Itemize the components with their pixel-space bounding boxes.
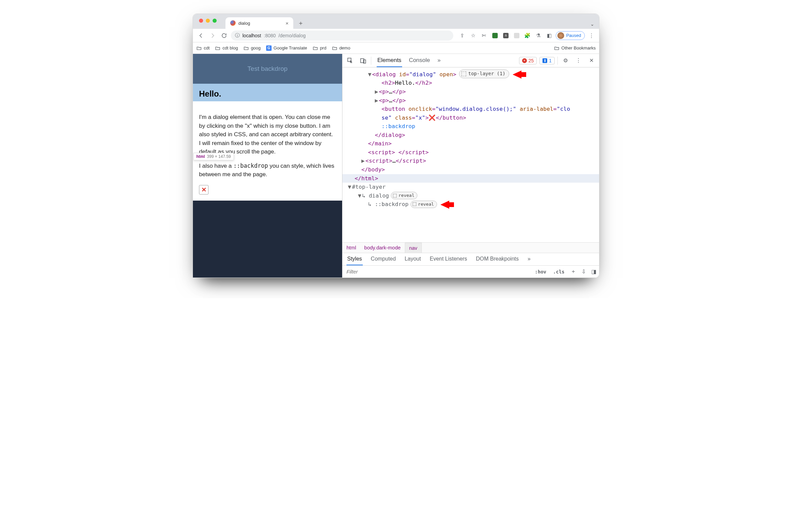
device-toolbar-icon[interactable] (358, 56, 368, 66)
extension-icon-1[interactable] (491, 31, 499, 40)
devtools-menu-icon[interactable]: ⋮ (573, 56, 584, 66)
subtab-styles[interactable]: Styles (347, 253, 363, 265)
dom-tree[interactable]: ▼<dialog id="dialog" open>top-layer (1) … (343, 68, 599, 242)
errors-pill[interactable]: 25 (519, 57, 537, 64)
dom-ellipsis: … (392, 157, 396, 164)
address-bar: ⓘ localhost:8080/demo/dialog ⇪ ☆ ✄ n 🧩 ⚗… (193, 29, 599, 42)
dom-dialog-close: </dialog> (375, 132, 405, 138)
dom-onclick-attr: onclick (408, 106, 432, 112)
dom-onclick-val: "window.dialog.close();" (435, 106, 516, 112)
crumb-nav[interactable]: nav (405, 243, 422, 253)
reveal-badge[interactable]: reveal (391, 192, 417, 199)
subtab-overflow-icon[interactable]: » (527, 253, 531, 265)
subtab-event-listeners[interactable]: Event Listeners (429, 253, 467, 265)
expand-toggle[interactable]: ▶ (375, 96, 379, 105)
styles-filter-input[interactable] (343, 269, 532, 274)
import-icon[interactable]: ⇩ (579, 268, 589, 275)
dom-backdrop-pseudo[interactable]: ::backdrop (382, 123, 415, 130)
cls-toggle[interactable]: .cls (550, 269, 568, 274)
hov-toggle[interactable]: :hov (532, 269, 550, 274)
expand-toggle[interactable]: ▶ (375, 88, 379, 96)
dom-aria-val: "clo (557, 106, 570, 112)
bookmark-cdt[interactable]: cdt (196, 45, 209, 51)
dom-redx-text: ❌ (428, 115, 436, 121)
bookmark-label: Google Translate (274, 45, 307, 51)
minimize-window-button[interactable] (206, 19, 210, 23)
tab-close-icon[interactable]: × (286, 20, 289, 26)
tab-console[interactable]: Console (408, 54, 430, 67)
extension-icon-2[interactable]: n (501, 31, 510, 40)
new-tab-button[interactable]: ＋ (296, 18, 306, 28)
dom-html-close[interactable]: </html> (355, 175, 379, 182)
devtools-header-right: 25 1 ⚙ ⋮ ✕ (519, 56, 596, 66)
tabs-menu-button[interactable]: ⌄ (590, 21, 594, 27)
tab-overflow-icon[interactable]: » (437, 54, 441, 67)
expand-toggle[interactable]: ▼ (348, 183, 352, 191)
devtools-close-icon[interactable]: ✕ (586, 56, 596, 66)
extensions-puzzle-icon[interactable]: 🧩 (523, 31, 532, 40)
flask-icon[interactable]: ⚗ (534, 31, 543, 40)
annotation-arrow-1 (513, 71, 521, 78)
top-layer-dialog[interactable]: dialog (369, 192, 389, 199)
top-layer-backdrop[interactable]: ::backdrop (375, 201, 408, 207)
dom-top-layer-root[interactable]: #top-layer (352, 184, 386, 190)
annotation-arrow-2 (440, 201, 449, 207)
crumb-body[interactable]: body.dark-mode (360, 243, 404, 253)
close-x-icon: ✕ (201, 186, 206, 193)
element-size-tooltip: html399 × 147.59 (193, 153, 234, 160)
kebab-menu-icon[interactable]: ⋮ (587, 31, 596, 40)
reveal-text: reveal (398, 192, 414, 199)
subtab-computed[interactable]: Computed (370, 253, 397, 265)
settings-gear-icon[interactable]: ⚙ (560, 56, 571, 66)
dialog-title: Hello. (199, 89, 336, 99)
sidepanel-icon[interactable]: ◧ (545, 31, 554, 40)
crumb-html[interactable]: html (343, 243, 360, 253)
computed-sidebar-icon[interactable]: ◨ (589, 268, 599, 275)
tooltip-tag: html (196, 154, 205, 159)
avatar-icon (557, 32, 564, 39)
dom-p-open: <p> (379, 89, 389, 95)
bookmark-demo[interactable]: demo (332, 45, 351, 51)
close-window-button[interactable] (199, 19, 203, 23)
bookmark-cdt-blog[interactable]: cdt blog (215, 45, 238, 51)
share-icon[interactable]: ⇪ (458, 31, 467, 40)
subtab-layout[interactable]: Layout (404, 253, 421, 265)
bookmark-google-translate[interactable]: GGoogle Translate (266, 45, 307, 51)
top-layer-badge[interactable]: top-layer (1) (459, 70, 509, 78)
favicon-icon (230, 20, 236, 26)
maximize-window-button[interactable] (213, 19, 217, 23)
forward-button[interactable] (208, 31, 217, 40)
dialog-element: I'm a dialog element that is open. You c… (193, 101, 342, 201)
dialog-paragraph-1: I'm a dialog element that is open. You c… (199, 113, 336, 156)
expand-toggle[interactable]: ▼ (358, 191, 362, 200)
browser-tab[interactable]: dialog × (225, 17, 293, 29)
reveal-badge[interactable]: reveal (410, 201, 437, 208)
bookmark-star-icon[interactable]: ☆ (469, 31, 478, 40)
browser-window: dialog × ＋ ⌄ ⓘ localhost:8080/demo/dialo… (192, 14, 600, 278)
other-bookmarks[interactable]: Other Bookmarks (554, 45, 596, 51)
url-path: /demo/dialog (278, 33, 306, 38)
extension-icon-3[interactable] (512, 31, 521, 40)
url-host: localhost (242, 33, 261, 38)
new-style-rule-icon[interactable]: ＋ (568, 268, 579, 275)
content-split: Test backdrop Hello. I'm a dialog elemen… (193, 54, 599, 278)
back-button[interactable] (196, 31, 206, 40)
dom-ellipsis: … (389, 89, 392, 95)
dom-h2-close: </h2> (415, 80, 432, 86)
dialog-close-button[interactable]: ✕ (199, 185, 208, 194)
tab-elements[interactable]: Elements (377, 54, 402, 67)
bookmark-goog[interactable]: goog (243, 45, 261, 51)
bookmark-label: prd (320, 45, 327, 51)
inspect-element-icon[interactable] (345, 56, 355, 66)
expand-toggle[interactable]: ▼ (368, 70, 372, 79)
expand-toggle[interactable]: ▶ (362, 156, 366, 165)
subtab-dom-breakpoints[interactable]: DOM Breakpoints (475, 253, 519, 265)
scissors-icon[interactable]: ✄ (480, 31, 489, 40)
profile-chip[interactable]: Paused (556, 31, 585, 40)
url-input[interactable]: ⓘ localhost:8080/demo/dialog (231, 31, 453, 41)
toolbar-right: ⇪ ☆ ✄ n 🧩 ⚗ ◧ Paused ⋮ (458, 31, 596, 40)
reload-button[interactable] (219, 31, 229, 40)
site-info-icon[interactable]: ⓘ (235, 33, 240, 39)
bookmark-prd[interactable]: prd (313, 45, 327, 51)
issues-pill[interactable]: 1 (539, 57, 555, 64)
